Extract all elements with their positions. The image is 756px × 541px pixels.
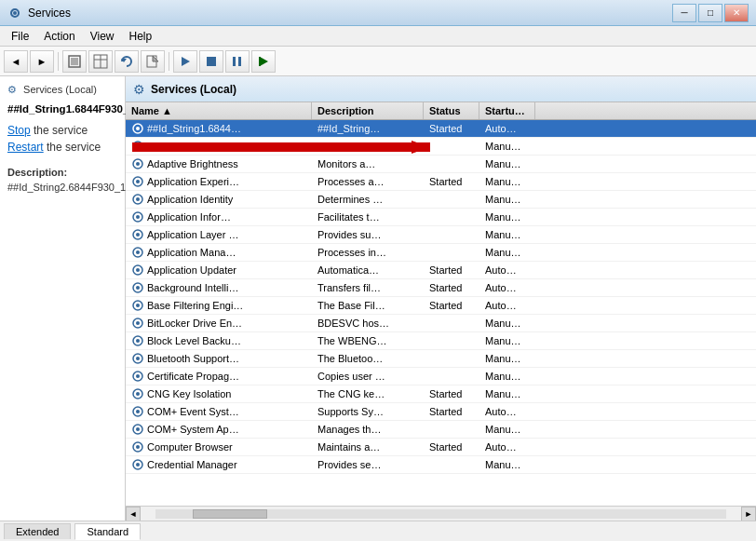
service-name-text: Application Updater [147,264,236,276]
service-list[interactable]: Name ▲ Description Status Startu… ##Id_S… [126,102,756,506]
service-startup-cell: Manu… [479,333,535,348]
toolbar-play[interactable] [173,50,197,73]
service-desc-cell: Processes in… [312,245,424,260]
maximize-button[interactable]: □ [698,4,722,22]
stop-action-text: the service [34,124,88,137]
service-desc-cell: Maintains a… [312,440,424,454]
table-row[interactable]: ##Id_String1.6844… ##Id_String… Started … [126,120,756,138]
svg-point-45 [136,374,140,378]
tab-standard[interactable]: Standard [74,523,141,540]
service-desc-cell: Provides su… [312,227,424,242]
right-panel: ⚙ Services (Local) Name ▲ Description St… [126,76,756,521]
service-name-text: Certificate Propag… [147,371,239,382]
service-name-cell: Computer Browser [126,439,312,455]
svg-point-51 [136,427,140,431]
col-header-name[interactable]: Name ▲ [126,102,312,119]
toolbar-export[interactable] [141,50,165,73]
table-row[interactable]: Application Mana… Processes in… Manu… [126,244,756,262]
table-row[interactable]: Bluetooth Support… The Bluetoo… Manu… [126,350,756,368]
scroll-track [155,509,726,519]
svg-point-25 [136,197,140,201]
service-name-cell: Application Updater [126,262,312,278]
col-header-status[interactable]: Status [424,102,479,119]
table-row[interactable]: Adaptive Brightness Monitors a… Manu… [126,156,756,173]
svg-point-29 [136,233,140,237]
service-desc-cell: Automatica… [312,263,424,277]
tab-extended[interactable]: Extended [4,523,71,539]
svg-rect-13 [238,57,241,66]
menu-action[interactable]: Action [36,28,82,45]
table-row[interactable]: Block Level Backu… The WBENG… Manu… [126,332,756,350]
toolbar-up[interactable] [62,50,87,73]
menu-help[interactable]: Help [122,28,160,45]
service-name-cell: BitLocker Drive En… [126,315,312,331]
service-name-cell: COM+ Event Syst… [126,403,312,420]
table-row[interactable]: Application Infor… Facilitates t… Manu… [126,209,756,226]
service-startup-cell: Manu… [479,457,535,472]
minimize-button[interactable]: ─ [672,4,696,22]
table-row[interactable]: Credential Manager Provides se… Manu… [126,456,756,474]
service-desc-cell: Provides se… [312,457,424,472]
service-name-text: Adaptive Brightness [147,158,238,169]
table-row[interactable]: Application Experi… Processes a… Started… [126,173,756,191]
service-name-cell: Application Experi… [126,173,312,190]
table-row[interactable]: COM+ Event Syst… Supports Sy… Started Au… [126,403,756,421]
scroll-right-btn[interactable]: ► [741,507,756,521]
service-desc-cell: BDESVC hos… [312,316,424,331]
table-row[interactable]: Computer Browser Maintains a… Started Au… [126,439,756,456]
service-desc-cell: Supports Sy… [312,404,424,419]
service-name-cell: COM+ System Ap… [126,421,312,438]
service-name-text: COM+ System Ap… [147,424,239,435]
table-row[interactable]: COM+ System Ap… Manages th… Manu… [126,421,756,439]
menu-bar: File Action View Help [0,26,756,47]
svg-marker-9 [153,56,158,61]
table-row[interactable]: ActiveX Installer (… Provides Us… Manu… [126,138,756,156]
service-status-cell [424,233,479,237]
table-row[interactable]: Certificate Propag… Copies user … Manu… [126,368,756,385]
service-startup-cell: Manu… [479,386,535,401]
stop-link[interactable]: Stop [7,124,31,137]
description-text: ##Id_String2.6844F930_1628_4223_B5CC_5BB… [7,182,117,193]
service-desc-cell: Transfers fil… [312,280,424,295]
toolbar-refresh[interactable] [115,50,139,73]
table-row[interactable]: Base Filtering Engi… The Base Fil… Start… [126,297,756,315]
svg-point-47 [136,392,140,396]
toolbar-back[interactable]: ◄ [4,50,28,73]
service-status-cell [424,321,479,325]
toolbar-stop[interactable] [199,50,223,73]
table-row[interactable]: BitLocker Drive En… BDESVC hos… Manu… [126,315,756,332]
toolbar-forward[interactable]: ► [30,50,54,73]
restart-link[interactable]: Restart [7,141,44,154]
menu-file[interactable]: File [4,28,36,45]
horizontal-scrollbar[interactable]: ◄ ► [126,506,756,521]
window-controls: ─ □ ✕ [672,4,749,22]
menu-view[interactable]: View [83,28,122,45]
stop-action-row: Stop the service [7,124,117,137]
scroll-thumb[interactable] [193,509,267,519]
table-row[interactable]: Background Intelli… Transfers fil… Start… [126,279,756,297]
table-row[interactable]: CNG Key Isolation The CNG ke… Started Ma… [126,385,756,403]
window-title: Services [28,7,672,20]
service-startup-cell: Auto… [479,121,535,136]
scroll-left-btn[interactable]: ◄ [126,507,141,521]
toolbar-map[interactable] [88,50,113,73]
col-header-desc[interactable]: Description [312,102,424,119]
svg-point-39 [136,321,140,325]
service-desc-cell: Copies user … [312,369,424,384]
svg-point-33 [136,268,140,272]
service-name-cell: CNG Key Isolation [126,385,312,402]
table-row[interactable]: Application Identity Determines … Manu… [126,191,756,209]
table-row[interactable]: Application Layer … Provides su… Manu… [126,226,756,244]
service-name-cell: Adaptive Brightness [126,156,312,172]
service-status-cell [424,144,479,148]
svg-point-27 [136,215,140,219]
toolbar-restart[interactable] [251,50,276,73]
col-header-startup[interactable]: Startu… [479,102,535,119]
close-button[interactable]: ✕ [724,4,749,22]
service-status-cell: Started [424,121,479,136]
table-row[interactable]: Application Updater Automatica… Started … [126,262,756,279]
toolbar-pause[interactable] [225,50,250,73]
svg-point-49 [136,410,140,413]
service-name-text: Credential Manager [147,459,237,470]
service-desc-cell: Manages th… [312,422,424,437]
